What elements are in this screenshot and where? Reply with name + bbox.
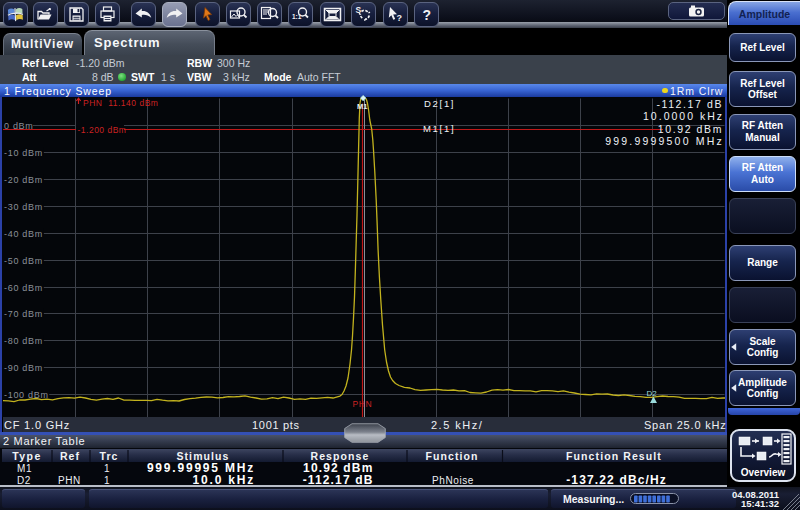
svg-text:10.0000 kHz: 10.0000 kHz [643,110,724,122]
svg-text:-112.17 dB: -112.17 dB [656,98,723,110]
svg-text:Type: Type [12,449,42,461]
svg-text:-10 dBm: -10 dBm [4,148,43,158]
svg-text:Trc: Trc [99,449,118,461]
svg-text:Function Result: Function Result [566,449,662,461]
svg-text:PHN 11.140 dBm: PHN 11.140 dBm [83,98,158,108]
svg-text:-90 dBm: -90 dBm [4,363,43,373]
svg-text:-70 dBm: -70 dBm [4,309,43,319]
svg-text:-20 dBm: -20 dBm [4,175,43,185]
svg-text:-1.200 dBm: -1.200 dBm [78,125,127,135]
svg-text:D2: D2 [647,389,658,398]
svg-text:1: 1 [104,463,110,474]
svg-text:-30 dBm: -30 dBm [4,202,43,212]
svg-text:Function: Function [425,449,478,461]
svg-text:-100 dBm: -100 dBm [4,390,49,400]
svg-text:-50 dBm: -50 dBm [4,256,43,266]
svg-text:-80 dBm: -80 dBm [4,336,43,346]
svg-text:PHN: PHN [353,399,373,409]
svg-text:999.9999500 MHz: 999.9999500 MHz [605,135,724,147]
svg-text:-40 dBm: -40 dBm [4,229,43,239]
svg-text:PHN: PHN [58,475,81,486]
svg-text:Response: Response [311,449,370,461]
svg-text:Stimulus: Stimulus [176,449,229,461]
svg-text:-60 dBm: -60 dBm [4,283,43,293]
svg-text:M1: M1 [357,102,367,111]
svg-text:10.92 dBm: 10.92 dBm [658,123,723,135]
svg-text:D2[1]: D2[1] [424,98,455,109]
svg-text:1: 1 [104,475,110,486]
svg-text:D2: D2 [17,475,31,486]
svg-text:PhNoise: PhNoise [432,475,474,486]
svg-text:M1[1]: M1[1] [423,123,455,134]
svg-text:Ref: Ref [60,449,80,461]
svg-text:M1: M1 [17,463,32,474]
